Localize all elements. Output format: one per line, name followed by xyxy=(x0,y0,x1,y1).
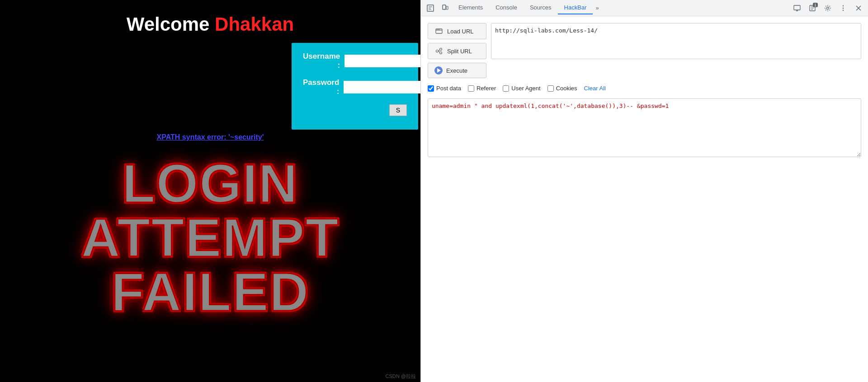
submit-row: S xyxy=(303,104,407,116)
login-attempt-line2: FAILED xyxy=(7,265,414,319)
post-data-textarea[interactable] xyxy=(428,98,861,157)
execute-play-triangle xyxy=(437,68,441,73)
hackbar-section: Load URL Split URL xyxy=(428,23,861,157)
svg-point-15 xyxy=(440,48,442,51)
devtools-right-icons: 1 xyxy=(790,2,866,14)
tab-console[interactable]: Console xyxy=(489,1,524,14)
devtools-tabs-bar: Elements Console Sources HackBar » 1 xyxy=(421,0,868,16)
post-data-checkbox[interactable] xyxy=(428,85,434,92)
close-devtools-icon[interactable] xyxy=(852,2,865,14)
execute-label: Execute xyxy=(446,67,467,74)
svg-point-3 xyxy=(444,9,445,9)
hackbar-options: Post data Referer User Agent Cookies Cle… xyxy=(428,83,861,94)
load-url-icon xyxy=(434,27,443,36)
execute-button[interactable]: Execute xyxy=(428,63,486,78)
devtools-panel: Elements Console Sources HackBar » 1 xyxy=(420,0,868,382)
login-form: Username : Password : S xyxy=(292,43,418,130)
inspect-icon[interactable] xyxy=(424,2,437,14)
username-input[interactable] xyxy=(344,55,420,67)
hackbar-buttons: Load URL Split URL xyxy=(428,23,486,78)
url-textarea[interactable] xyxy=(491,23,861,59)
svg-rect-2 xyxy=(446,6,448,9)
svg-point-14 xyxy=(436,50,439,52)
username-row: Username : xyxy=(303,52,407,70)
password-input[interactable] xyxy=(344,81,420,93)
screen-cast-icon[interactable] xyxy=(791,2,803,14)
login-attempt-banner: LOGIN ATTEMPT FAILED xyxy=(7,156,414,319)
referer-option[interactable]: Referer xyxy=(468,85,496,92)
settings-icon[interactable] xyxy=(821,2,834,14)
main-page: Welcome Dhakkan Username : Password : S … xyxy=(0,0,420,382)
user-agent-label: User Agent xyxy=(511,85,540,92)
user-agent-checkbox[interactable] xyxy=(503,85,509,92)
tab-sources[interactable]: Sources xyxy=(524,1,558,14)
password-label: Password : xyxy=(303,78,339,96)
hackbar-url-row: Load URL Split URL xyxy=(428,23,861,78)
notification-badge-btn[interactable]: 1 xyxy=(806,2,819,14)
svg-point-8 xyxy=(843,7,844,8)
split-url-label: Split URL xyxy=(447,48,472,55)
hackbar-content: Load URL Split URL xyxy=(421,16,868,382)
svg-point-9 xyxy=(843,9,844,10)
tab-elements[interactable]: Elements xyxy=(452,1,489,14)
referer-checkbox[interactable] xyxy=(468,85,474,92)
watermark: CSDN @拉拉 xyxy=(386,373,416,380)
welcome-text: Welcome xyxy=(127,14,210,35)
split-url-icon xyxy=(434,47,443,56)
more-tabs-icon[interactable]: » xyxy=(593,2,601,14)
referer-label: Referer xyxy=(476,85,496,92)
tab-hackbar[interactable]: HackBar xyxy=(558,1,593,14)
post-data-option[interactable]: Post data xyxy=(428,85,461,92)
cookies-checkbox[interactable] xyxy=(547,85,554,92)
username-label: Username : xyxy=(303,52,340,70)
clear-all-button[interactable]: Clear All xyxy=(584,85,606,92)
svg-point-13 xyxy=(439,29,440,30)
split-url-button[interactable]: Split URL xyxy=(428,43,486,59)
welcome-title: Welcome Dhakkan xyxy=(0,0,420,35)
svg-point-11 xyxy=(437,29,438,30)
xpath-error: XPATH syntax error: '~security' xyxy=(0,133,420,141)
post-data-label: Post data xyxy=(436,85,461,92)
device-icon[interactable] xyxy=(439,2,451,14)
load-url-label: Load URL xyxy=(447,28,474,35)
svg-point-16 xyxy=(440,52,442,54)
svg-point-6 xyxy=(827,7,829,9)
cookies-option[interactable]: Cookies xyxy=(547,85,577,92)
submit-button[interactable]: S xyxy=(389,104,407,116)
svg-point-7 xyxy=(843,5,844,6)
password-row: Password : xyxy=(303,78,407,96)
svg-rect-4 xyxy=(794,5,800,10)
execute-play-icon xyxy=(434,66,443,75)
cookies-label: Cookies xyxy=(556,85,577,92)
load-url-button[interactable]: Load URL xyxy=(428,23,486,39)
svg-point-12 xyxy=(438,29,439,30)
user-agent-option[interactable]: User Agent xyxy=(503,85,540,92)
dhakkan-text: Dhakkan xyxy=(215,14,294,35)
notification-count: 1 xyxy=(813,3,818,7)
login-attempt-line1: LOGIN ATTEMPT xyxy=(7,156,414,265)
more-options-icon[interactable] xyxy=(837,2,849,14)
